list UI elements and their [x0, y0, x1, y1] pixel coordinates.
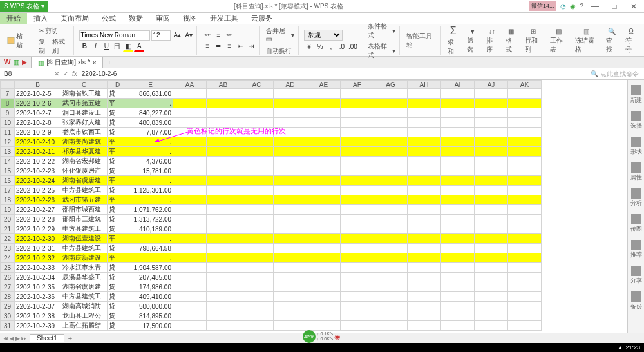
- cell-AI27[interactable]: [441, 282, 475, 292]
- formula-bar[interactable]: 2202-10-2-6: [81, 70, 581, 78]
- cell-AE21[interactable]: [307, 224, 341, 234]
- cell-AI18[interactable]: [441, 195, 475, 205]
- maximize-button[interactable]: □: [607, 2, 622, 11]
- border-button[interactable]: 田: [112, 41, 122, 52]
- cell-AG17[interactable]: [374, 186, 408, 195]
- row-header-15[interactable]: 15: [1, 166, 15, 176]
- cell-AH9[interactable]: [408, 108, 441, 118]
- cell-AK30[interactable]: [508, 311, 542, 321]
- cell-D29[interactable]: 贷: [108, 302, 128, 311]
- cell-C26[interactable]: 辰溪县华盛工: [61, 273, 108, 282]
- cell-AI23[interactable]: [441, 244, 475, 253]
- cell-AF10[interactable]: [341, 118, 374, 128]
- cell-AG10[interactable]: [374, 118, 408, 128]
- cell-AE7[interactable]: [307, 89, 341, 99]
- cell-AB31[interactable]: [207, 321, 240, 331]
- cell-B13[interactable]: 2202-10-2-11: [15, 147, 61, 157]
- cell-AK29[interactable]: [508, 302, 542, 311]
- cell-AE31[interactable]: [307, 321, 341, 331]
- cell-D26[interactable]: 贷: [108, 273, 128, 282]
- cell-AA21[interactable]: [173, 224, 207, 234]
- command-search[interactable]: 🔍 点此查找命令: [585, 70, 644, 79]
- align-middle-icon[interactable]: ≡: [213, 30, 223, 41]
- cell-AF30[interactable]: [341, 311, 374, 321]
- sheet-nav-prev-icon[interactable]: ◀: [10, 335, 14, 342]
- cell-AG21[interactable]: [374, 224, 408, 234]
- sheet-nav-first-icon[interactable]: ⏮: [3, 335, 8, 342]
- cell-AK14[interactable]: [508, 157, 542, 166]
- name-box[interactable]: B8: [0, 70, 50, 78]
- cell-AJ10[interactable]: [475, 118, 508, 128]
- col-header-AH[interactable]: AH: [408, 81, 441, 89]
- cell-AH14[interactable]: [408, 157, 441, 166]
- globe-icon[interactable]: ◉: [570, 3, 576, 10]
- freeze-button[interactable]: ▥冻结窗格: [574, 27, 600, 55]
- cell-AF11[interactable]: [341, 128, 374, 137]
- merge-button[interactable]: 合并居中▾: [265, 26, 296, 45]
- cell-AG27[interactable]: [374, 282, 408, 292]
- cell-AK21[interactable]: [508, 224, 542, 234]
- cell-C11[interactable]: 娄底市铁西工: [61, 128, 108, 137]
- cell-AA7[interactable]: [173, 89, 207, 99]
- cell-AI14[interactable]: [441, 157, 475, 166]
- cell-AB16[interactable]: [207, 176, 240, 186]
- cell-AB13[interactable]: [207, 147, 240, 157]
- col-header-AB[interactable]: AB: [207, 81, 240, 89]
- cell-AC12[interactable]: [240, 137, 274, 147]
- cell-AA23[interactable]: [173, 244, 207, 253]
- cell-AE12[interactable]: [307, 137, 341, 147]
- cell-E31[interactable]: 17,500.00: [128, 321, 173, 331]
- cell-B15[interactable]: 2202-10-2-23: [15, 166, 61, 176]
- cell-AH23[interactable]: [408, 244, 441, 253]
- cell-AK8[interactable]: [508, 99, 542, 108]
- cell-AG9[interactable]: [374, 108, 408, 118]
- cell-AI15[interactable]: [441, 166, 475, 176]
- cell-AC15[interactable]: [240, 166, 274, 176]
- cell-AH26[interactable]: [408, 273, 441, 282]
- side-item-7[interactable]: 分享: [630, 266, 642, 285]
- cell-AJ7[interactable]: [475, 89, 508, 99]
- cell-AJ22[interactable]: [475, 234, 508, 244]
- cell-AI13[interactable]: [441, 147, 475, 157]
- cell-AI11[interactable]: [441, 128, 475, 137]
- cell-AJ28[interactable]: [475, 292, 508, 302]
- cell-AC14[interactable]: [240, 157, 274, 166]
- cell-AI25[interactable]: [441, 263, 475, 273]
- cell-AB25[interactable]: [207, 263, 240, 273]
- cell-AJ31[interactable]: [475, 321, 508, 331]
- cell-B12[interactable]: 2202-10-2-10: [15, 137, 61, 147]
- cell-AD29[interactable]: [274, 302, 307, 311]
- cell-AB14[interactable]: [207, 157, 240, 166]
- cell-AC17[interactable]: [240, 186, 274, 195]
- document-tab[interactable]: ▥ [科目查询].xls * ×: [31, 57, 103, 68]
- cell-AH18[interactable]: [408, 195, 441, 205]
- row-header-19[interactable]: 19: [1, 205, 15, 215]
- sort-button[interactable]: ↓↑排序: [485, 27, 499, 55]
- cell-AH16[interactable]: [408, 176, 441, 186]
- cell-B11[interactable]: 2202-10-2-9: [15, 128, 61, 137]
- col-header-AI[interactable]: AI: [441, 81, 475, 89]
- cell-AA16[interactable]: [173, 176, 207, 186]
- cell-AE29[interactable]: [307, 302, 341, 311]
- cell-AE16[interactable]: [307, 176, 341, 186]
- cell-AB10[interactable]: [207, 118, 240, 128]
- cell-AD11[interactable]: [274, 128, 307, 137]
- cell-D25[interactable]: 贷: [108, 263, 128, 273]
- cell-AG11[interactable]: [374, 128, 408, 137]
- cell-AE22[interactable]: [307, 234, 341, 244]
- help-icon[interactable]: ?: [580, 3, 583, 10]
- col-header-AD[interactable]: AD: [274, 81, 307, 89]
- cell-AK26[interactable]: [508, 273, 542, 282]
- cell-AI12[interactable]: [441, 137, 475, 147]
- cell-AE18[interactable]: [307, 195, 341, 205]
- cell-AH17[interactable]: [408, 186, 441, 195]
- cell-AE27[interactable]: [307, 282, 341, 292]
- col-header-AE[interactable]: AE: [307, 81, 341, 89]
- cell-AF29[interactable]: [341, 302, 374, 311]
- cell-AI19[interactable]: [441, 205, 475, 215]
- cell-AB15[interactable]: [207, 166, 240, 176]
- minimize-button[interactable]: —: [587, 2, 603, 11]
- cell-AH20[interactable]: [408, 215, 441, 224]
- cell-AD13[interactable]: [274, 147, 307, 157]
- cell-B10[interactable]: 2202-10-2-8: [15, 118, 61, 128]
